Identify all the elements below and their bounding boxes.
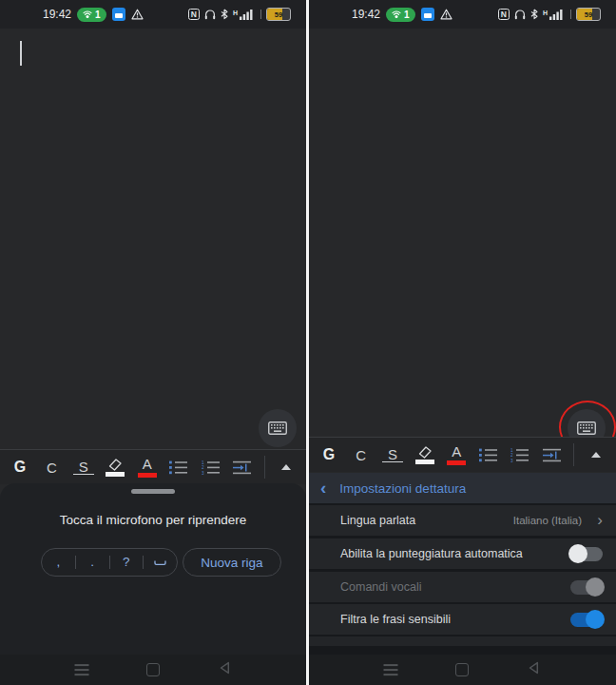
dictation-hint: Tocca il microfono per riprendere: [0, 513, 306, 527]
italic-button[interactable]: C: [351, 447, 372, 463]
numbered-list-button[interactable]: 1 2 3: [510, 448, 530, 462]
toolbar-divider: [573, 443, 574, 466]
battery-percent: 59: [577, 9, 600, 20]
empty-row-strip: [309, 636, 616, 646]
status-divider: [570, 10, 571, 19]
back-button[interactable]: [528, 661, 540, 678]
setting-row-auto-punctuation[interactable]: Abilita la punteggiatura automatica: [309, 538, 616, 569]
toggle-knob: [568, 544, 587, 563]
underline-button[interactable]: S: [73, 460, 94, 476]
setting-value: Italiano (Italia): [513, 515, 582, 526]
battery-icon: 59: [576, 8, 601, 21]
setting-label: Filtra le frasi sensibili: [340, 613, 451, 626]
network-type-label: H: [543, 10, 548, 16]
phone-screen-left: 19:42 1 N: [0, 0, 306, 685]
italic-button[interactable]: C: [41, 460, 62, 476]
punct-period[interactable]: .: [76, 556, 109, 569]
setting-label: Comandi vocali: [340, 580, 421, 594]
nfc-icon: N: [498, 9, 510, 20]
bold-button[interactable]: G: [10, 459, 30, 476]
svg-text:2: 2: [510, 453, 513, 458]
toggle-knob: [586, 577, 605, 597]
underline-button[interactable]: S: [382, 447, 403, 463]
headphones-icon: [204, 9, 216, 20]
hotspot-badge: 1: [386, 8, 415, 22]
bluetooth-icon: [221, 9, 228, 20]
home-button[interactable]: [455, 663, 469, 676]
punct-question[interactable]: ?: [110, 556, 144, 569]
android-nav-bar: [309, 655, 616, 685]
text-color-bar: [138, 473, 157, 478]
notification-app-icon: [112, 8, 125, 21]
setting-label: Lingua parlata: [340, 514, 415, 527]
toggle-sensitive-filter[interactable]: [570, 613, 603, 627]
new-line-button[interactable]: Nuova riga: [183, 548, 281, 577]
status-left-cluster: 19:42 1: [352, 8, 452, 22]
hotspot-icon: [83, 10, 92, 19]
cell-signal-icon: H: [233, 9, 253, 20]
text-color-button[interactable]: A: [446, 444, 467, 465]
bluetooth-icon: [530, 9, 538, 20]
text-color-button[interactable]: A: [137, 457, 158, 478]
svg-text:1: 1: [510, 448, 513, 453]
bullet-list-icon: [479, 448, 498, 462]
keyboard-icon: [268, 421, 287, 435]
hotspot-count: 1: [404, 10, 410, 20]
setting-row-sensitive-filter[interactable]: Filtra le frasi sensibili: [309, 604, 616, 635]
setting-row-language[interactable]: Lingua parlata Italiano (Italia) ›: [309, 505, 616, 536]
status-divider: [260, 10, 261, 19]
indent-button[interactable]: [232, 460, 253, 475]
svg-text:2: 2: [202, 465, 204, 470]
highlight-color-bar: [106, 472, 125, 477]
collapse-toolbar-button[interactable]: [586, 452, 606, 458]
status-left-cluster: 19:42 1: [43, 8, 144, 22]
highlighter-icon: [415, 446, 434, 459]
clock: 19:42: [352, 8, 380, 21]
text-color-bar: [447, 460, 466, 465]
two-screenshot-comparison: 19:42 1 N: [0, 0, 616, 685]
numbered-list-button[interactable]: 1 2 3: [201, 460, 221, 475]
nfc-icon: N: [188, 9, 200, 20]
hotspot-count: 1: [95, 10, 101, 20]
punct-space[interactable]: [144, 556, 177, 569]
highlight-button[interactable]: [105, 459, 125, 477]
setting-row-voice-commands[interactable]: Comandi vocali: [309, 572, 616, 602]
indent-button[interactable]: [542, 448, 563, 462]
bullet-list-button[interactable]: [478, 448, 499, 462]
indent-icon: [543, 448, 562, 462]
home-button[interactable]: [146, 663, 160, 676]
status-right-cluster: N H: [188, 0, 291, 29]
settings-header: ‹ Impostazioni dettatura: [309, 473, 616, 503]
recents-button[interactable]: [384, 664, 398, 675]
format-toolbar: G C S A 1: [0, 449, 306, 484]
network-type-label: H: [233, 10, 238, 16]
punct-comma[interactable]: ,: [42, 556, 75, 569]
drag-handle[interactable]: [131, 489, 175, 494]
settings-title: Impostazioni dettatura: [339, 481, 466, 496]
text-cursor: [20, 41, 22, 66]
back-chevron-icon[interactable]: ‹: [320, 479, 326, 497]
dictation-panel: Tocca il microfono per riprendere , . ? …: [0, 483, 306, 655]
highlight-button[interactable]: [414, 446, 435, 464]
svg-text:3: 3: [510, 458, 513, 461]
collapse-arrow-icon: [281, 464, 291, 470]
status-bar: 19:42 1 N: [0, 0, 306, 29]
numbered-list-icon: 1 2 3: [202, 460, 221, 475]
warning-icon: [131, 9, 144, 20]
collapse-arrow-icon: [591, 452, 601, 458]
toggle-auto-punctuation[interactable]: [570, 547, 603, 561]
toolbar-divider: [264, 456, 265, 479]
back-button[interactable]: [219, 661, 231, 678]
dictation-settings-panel: ‹ Impostazioni dettatura Lingua parlata …: [309, 473, 616, 655]
bold-button[interactable]: G: [318, 446, 339, 463]
numbered-list-icon: 1 2 3: [510, 448, 529, 462]
indent-icon: [233, 460, 252, 475]
signal-bars-icon: [240, 9, 253, 20]
bullet-list-button[interactable]: [168, 460, 189, 475]
toggle-voice-commands: [570, 580, 603, 595]
recents-button[interactable]: [75, 664, 89, 675]
text-color-letter: A: [143, 457, 152, 472]
keyboard-fab-button[interactable]: [259, 409, 297, 447]
collapse-toolbar-button[interactable]: [276, 464, 297, 470]
svg-text:3: 3: [202, 470, 204, 474]
